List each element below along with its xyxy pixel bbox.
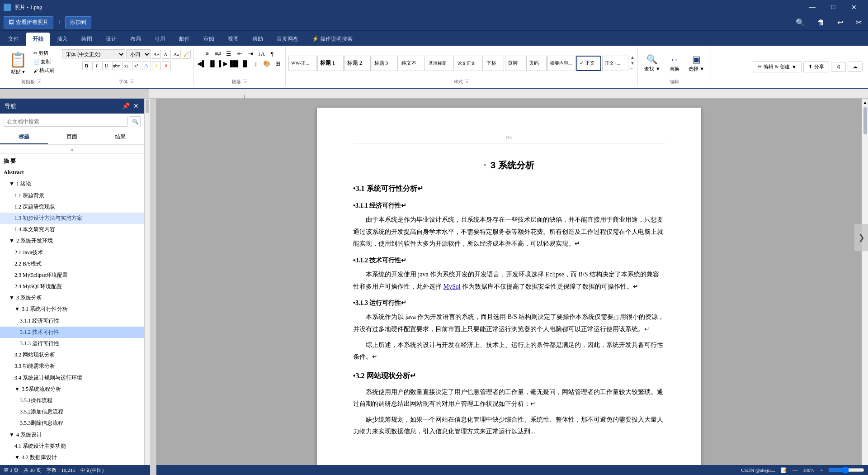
nav-tab-pages[interactable]: 页面 [48, 130, 96, 144]
style-base[interactable]: 基准标题 [426, 56, 454, 71]
decrease-indent-button[interactable]: ⇤ [235, 49, 245, 58]
paste-button[interactable]: 📋 粘贴 ▼ [6, 49, 30, 77]
nav-item-3-4[interactable]: 3.4 系统设计规则与运行环境 [0, 372, 144, 384]
align-right-button[interactable]: ▌▶ [218, 59, 228, 68]
clipboard-expand[interactable]: ↗ [37, 80, 41, 84]
bold-button[interactable]: B [82, 61, 91, 70]
scrollbar-thumb[interactable] [863, 107, 867, 134]
clear-format-button[interactable]: 🧹 [182, 50, 191, 59]
next-page-arrow[interactable]: ❯ [854, 224, 862, 251]
multilevel-button[interactable]: ☰ [224, 49, 234, 58]
nav-item-ch4[interactable]: ▼4 系统设计 [0, 429, 144, 441]
nav-item-3-1-3[interactable]: 3.1.3 运行可行性 [0, 338, 144, 349]
style-normal-plus[interactable]: 正文+... [602, 56, 628, 71]
superscript-button[interactable]: x² [132, 61, 141, 70]
style-ww[interactable]: WW-正... [288, 56, 316, 71]
nav-item-2-4[interactable]: 2.4 MySQL环境配置 [0, 281, 144, 292]
nav-item-3-1-1[interactable]: 3.1.1 经济可行性 [0, 315, 144, 327]
nav-search-input[interactable] [4, 117, 128, 127]
styles-expand[interactable]: ≡ [630, 66, 635, 71]
nav-item-3-5-3[interactable]: 3.5.3删除信息流程 [0, 418, 144, 429]
nav-item-2-1[interactable]: 2.1 Java技术 [0, 247, 144, 258]
nav-pin-button[interactable]: 📌 [121, 101, 131, 111]
nav-item-1-4[interactable]: 1.4 本文研究内容 [0, 224, 144, 235]
tab-insert[interactable]: 插入 [51, 33, 74, 46]
nav-item-4-1[interactable]: 4.1 系统设计主要功能 [0, 441, 144, 452]
style-h1[interactable]: 标题 1 [317, 56, 344, 71]
copy-button[interactable]: 📄复制 [32, 58, 56, 66]
underline-button[interactable]: U [102, 61, 111, 70]
nav-item-ch3[interactable]: ▼3 系统分析 [0, 292, 144, 304]
justify-button[interactable]: ▐█▌ [229, 59, 239, 68]
text-effects-button[interactable]: A [142, 61, 151, 70]
subscript-button[interactable]: x₂ [122, 61, 131, 70]
crop-icon-btn[interactable]: ✂ [853, 16, 864, 28]
nav-tab-results[interactable]: 结果 [96, 130, 144, 144]
style-footer[interactable]: 页脚 [505, 56, 525, 71]
styles-scroll-up[interactable]: ▲ [630, 55, 635, 60]
sort-button[interactable]: ↕A [256, 49, 266, 58]
nav-item-ch2[interactable]: ▼2 系统开发环境 [0, 235, 144, 247]
zoom-in-btn[interactable]: + [820, 467, 823, 473]
nav-item-3-1[interactable]: ▼3.1 系统可行性分析 [0, 304, 144, 315]
tab-design[interactable]: 设计 [99, 33, 123, 46]
delete-icon-btn[interactable]: 🗑 [815, 17, 827, 28]
maximize-button[interactable]: □ [823, 0, 844, 14]
close-button[interactable]: ✕ [844, 0, 864, 14]
add-to-button[interactable]: 添加到 [65, 16, 91, 28]
style-h2[interactable]: 标题 2 [344, 56, 371, 71]
italic-button[interactable]: I [92, 61, 101, 70]
share-button[interactable]: ⬆分享 [803, 61, 829, 72]
font-name-select[interactable]: 宋体 (中文正文) [62, 49, 125, 59]
nav-item-3-5[interactable]: ▼3.5系统流程分析 [0, 384, 144, 395]
font-color-button[interactable]: A [162, 61, 171, 70]
nav-close-button[interactable]: ✕ [132, 101, 140, 111]
print-button[interactable]: 🖨 [831, 62, 846, 72]
tab-search[interactable]: ⚡ 操作说明搜索 [306, 33, 359, 46]
nav-item-1-1[interactable]: 1.1 课题背景 [0, 190, 144, 201]
nav-item-3-5-2[interactable]: 3.5.2添加信息流程 [0, 406, 144, 418]
line-spacing-button[interactable]: ↕ [251, 59, 261, 68]
style-h9[interactable]: 标题 9 [372, 56, 398, 71]
view-all-photos-button[interactable]: 🖼 查看所有照片 [4, 16, 53, 28]
style-abstract[interactable]: 摘要内容... [547, 56, 576, 71]
nav-item-3-2[interactable]: 3.2 网站现状分析 [0, 349, 144, 361]
tab-draw[interactable]: 绘图 [75, 33, 99, 46]
nav-item-abstract-cn[interactable]: 摘 要 [0, 156, 144, 167]
nav-item-2-2[interactable]: 2.2 B/S模式 [0, 258, 144, 270]
show-marks-button[interactable]: ¶ [267, 49, 277, 58]
borders-button[interactable]: ⊞ [273, 59, 283, 68]
search-icon-btn[interactable]: 🔍 [793, 16, 807, 28]
baidu-save-button[interactable]: ☁ [848, 62, 863, 72]
align-center-button[interactable]: ▐▌ [208, 59, 217, 68]
font-grow-button[interactable]: A+ [152, 50, 161, 59]
font-expand[interactable]: ↗ [130, 80, 134, 84]
nav-item-3-3[interactable]: 3.3 功能需求分析 [0, 361, 144, 372]
scrollbar-up-btn[interactable]: ▲ [862, 99, 868, 106]
font-size-select[interactable]: 小四 [126, 49, 151, 59]
doc-vertical-scrollbar[interactable]: ▲ ▼ [862, 99, 868, 475]
nav-item-abstract-en[interactable]: Abstract [0, 167, 144, 178]
tab-layout[interactable]: 布局 [124, 33, 147, 46]
strikethrough-button[interactable]: abc [112, 61, 121, 70]
mysql-link[interactable]: MySql [443, 283, 461, 290]
nav-item-3-5-1[interactable]: 3.5.1操作流程 [0, 395, 144, 406]
tab-review[interactable]: 审阅 [197, 33, 221, 46]
style-normal[interactable]: ✓ 正文 [576, 56, 601, 71]
select-button[interactable]: ▣ 选择 ▼ [685, 52, 708, 74]
change-case-button[interactable]: Aa [172, 50, 181, 59]
numbering-button[interactable]: ≡# [213, 49, 223, 58]
tab-baidu[interactable]: 百度网盘 [270, 33, 305, 46]
styles-expand-btn[interactable]: ↗ [465, 80, 469, 84]
nav-item-4-2[interactable]: ▼4.2 数据库设计 [0, 452, 144, 463]
nav-item-1-2[interactable]: 1.2 课题研究现状 [0, 201, 144, 213]
nav-item-2-3[interactable]: 2.3 MyEclipse环境配置 [0, 270, 144, 281]
increase-indent-button[interactable]: ⇥ [245, 49, 255, 58]
tab-references[interactable]: 引用 [148, 33, 172, 46]
font-shrink-button[interactable]: A- [162, 50, 171, 59]
bullets-button[interactable]: ≡ [202, 49, 212, 58]
tab-view[interactable]: 视图 [222, 33, 245, 46]
highlight-button[interactable]: A [152, 61, 161, 70]
paragraph-expand[interactable]: ↗ [243, 80, 247, 84]
nav-item-ch1[interactable]: ▼1 绪论 [0, 178, 144, 190]
